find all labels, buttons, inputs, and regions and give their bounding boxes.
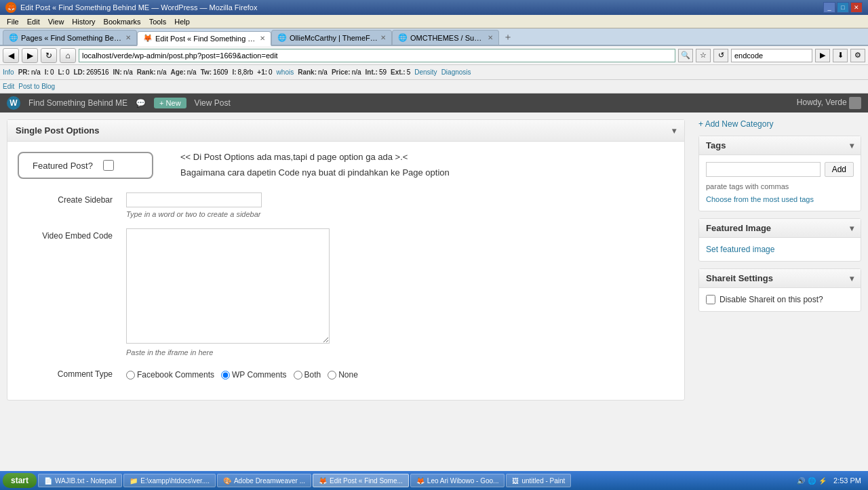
video-embed-hint: Paste in the iframe in here	[126, 348, 674, 356]
seo-ld: LD: 269516	[74, 68, 109, 76]
site-name-link[interactable]: Find Something Behind ME	[28, 98, 127, 108]
back-button[interactable]: ◀	[3, 48, 19, 63]
menu-view[interactable]: View	[44, 17, 68, 26]
forward-button[interactable]: ▶	[22, 48, 38, 63]
tab-0-close[interactable]: ✕	[125, 34, 131, 41]
tab-2-close[interactable]: ✕	[380, 34, 386, 41]
search-button[interactable]: ▶	[815, 49, 830, 62]
radio-both-input[interactable]	[294, 371, 302, 380]
window-title: Edit Post « Find Something Behind ME — W…	[20, 3, 258, 12]
title-bar: 🦊 Edit Post « Find Something Behind ME —…	[0, 0, 868, 15]
collapse-arrow[interactable]: ▾	[672, 126, 676, 136]
bookmark-button[interactable]: ☆	[696, 49, 711, 62]
single-post-options-box: Single Post Options ▾ Featured Post? << …	[7, 119, 685, 401]
seo2-post-to-blog[interactable]: Post to Blog	[18, 83, 55, 90]
menu-help[interactable]: Help	[170, 17, 194, 26]
tags-collapse[interactable]: ▾	[850, 141, 854, 150]
tag-add-button[interactable]: Add	[825, 162, 854, 177]
tags-most-used-link[interactable]: Choose from the most used tags	[706, 195, 814, 203]
new-button[interactable]: + New	[154, 98, 186, 108]
tab-1[interactable]: 🦊 Edit Post « Find Something Behind ME —…	[137, 31, 271, 46]
shareit-row: Disable Shareit on this post?	[706, 295, 854, 304]
minimize-button[interactable]: _	[823, 2, 835, 13]
tab-3-close[interactable]: ✕	[488, 34, 493, 41]
menu-tools[interactable]: Tools	[145, 17, 171, 26]
tab-0[interactable]: 🌐 Pages « Find Something Behind ME — W..…	[3, 30, 137, 45]
shareit-collapse[interactable]: ▾	[850, 274, 854, 283]
radio-facebook-label: Facebook Comments	[137, 370, 214, 380]
shareit-box: Shareit Settings ▾ Disable Shareit on th…	[698, 268, 861, 312]
address-bar: ◀ ▶ ↻ ⌂ 🔍 ☆ ↺ ▶ ⬇ ⚙	[0, 46, 868, 65]
shareit-label: Disable Shareit on this post?	[719, 295, 823, 304]
menu-bar: File Edit View History Bookmarks Tools H…	[0, 15, 868, 28]
tab-2[interactable]: 🌐 OllieMcCarthy | ThemeForest ✕	[271, 30, 392, 45]
featured-notes: << Di Post Options ada mas,tapi d page o…	[180, 152, 674, 178]
create-sidebar-input[interactable]	[126, 192, 262, 207]
seo-gplus: +1: 0	[257, 68, 272, 76]
seo-links: L: 0	[58, 68, 70, 76]
seo-price: Price: n/a	[332, 68, 361, 76]
seo-int: Int.: 59	[366, 68, 387, 76]
main-content: Single Post Options ▾ Featured Post? << …	[0, 113, 868, 471]
seo-whois[interactable]: whois	[277, 68, 294, 76]
radio-none: None	[328, 370, 358, 380]
featured-image-collapse[interactable]: ▾	[850, 224, 854, 233]
radio-wp: WP Comments	[221, 370, 286, 380]
comment-icon[interactable]: 💬	[136, 98, 146, 108]
home-button[interactable]: ⌂	[60, 48, 76, 63]
tags-box: Tags ▾ Add parate tags with commas Choos…	[698, 136, 861, 211]
address-input[interactable]	[79, 49, 675, 62]
maximize-button[interactable]: □	[837, 2, 849, 13]
radio-facebook-input[interactable]	[126, 371, 135, 380]
howdy-text: Howdy, Verde	[797, 98, 847, 107]
menu-file[interactable]: File	[3, 17, 23, 26]
set-featured-image-link[interactable]: Set featured image	[706, 245, 774, 254]
tags-title: Tags	[706, 140, 726, 150]
menu-edit[interactable]: Edit	[23, 17, 44, 26]
radio-none-input[interactable]	[328, 371, 336, 380]
radio-wp-label: WP Comments	[232, 370, 286, 380]
featured-post-checkbox[interactable]	[103, 160, 114, 171]
video-embed-control: Paste in the iframe in here	[126, 228, 674, 356]
seo-diagnosis[interactable]: Diagnosis	[441, 68, 471, 76]
user-avatar	[849, 97, 861, 109]
featured-image-box: Featured Image ▾ Set featured image	[698, 218, 861, 262]
note-text-2: Bagaimana cara dapetin Code nya buat di …	[180, 167, 674, 178]
close-button[interactable]: ✕	[850, 2, 863, 13]
comment-type-control: Facebook Comments WP Comments Both	[126, 367, 674, 380]
go-button[interactable]: 🔍	[678, 49, 693, 62]
seo-in: IN: n/a	[113, 68, 133, 76]
featured-section: Featured Post? << Di Post Options ada ma…	[18, 152, 674, 179]
wp-admin-bar: W Find Something Behind ME 💬 + New View …	[0, 94, 868, 113]
seo-density[interactable]: Density	[414, 68, 437, 76]
menu-history[interactable]: History	[68, 17, 99, 26]
tag-input[interactable]	[706, 162, 821, 177]
radio-wp-input[interactable]	[221, 371, 230, 380]
menu-bookmarks[interactable]: Bookmarks	[100, 17, 145, 26]
shareit-body: Disable Shareit on this post?	[699, 288, 861, 311]
tab-1-close[interactable]: ✕	[260, 35, 265, 42]
settings-button[interactable]: ⚙	[850, 49, 865, 62]
search-input[interactable]	[731, 49, 812, 62]
note-text-1: << Di Post Options ada mas,tapi d page o…	[180, 152, 674, 162]
radio-none-label: None	[338, 370, 358, 380]
seo-tw: Tw: 1609	[201, 68, 229, 76]
content-area: Single Post Options ▾ Featured Post? << …	[0, 113, 692, 471]
seo2-edit[interactable]: Edit	[3, 83, 14, 90]
view-post-link[interactable]: View Post	[195, 98, 231, 108]
seo-fb: I: 8,8rb	[232, 68, 253, 76]
add-category-section: + Add New Category	[698, 119, 861, 129]
seo-info[interactable]: Info	[3, 68, 14, 76]
right-sidebar: + Add New Category Tags ▾ Add parate tag…	[692, 113, 868, 471]
featured-image-title: Featured Image	[706, 223, 771, 233]
shareit-checkbox[interactable]	[706, 295, 715, 304]
add-new-category-link[interactable]: + Add New Category	[698, 119, 773, 129]
tab-add-button[interactable]: ＋	[499, 30, 517, 45]
comment-type-label: Comment Type	[18, 367, 113, 379]
reload-button[interactable]: ↻	[41, 48, 57, 63]
seo-bar-2: Edit Post to Blog	[0, 80, 868, 94]
tab-3[interactable]: 🌐 OMCTHEMES / Support ✕	[392, 30, 499, 45]
video-embed-textarea[interactable]	[126, 228, 330, 344]
refresh-button[interactable]: ↺	[713, 49, 728, 62]
download-button[interactable]: ⬇	[833, 49, 848, 62]
